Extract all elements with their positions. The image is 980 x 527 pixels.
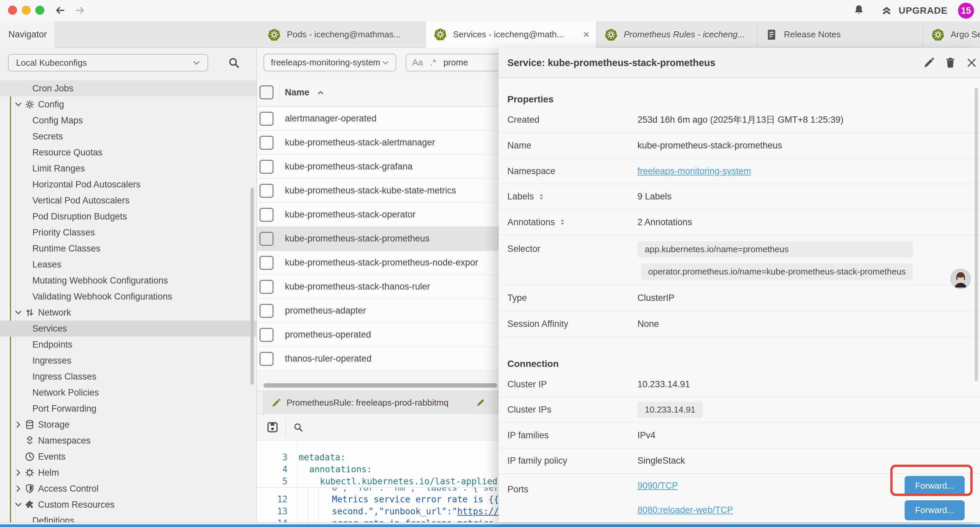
- close-icon[interactable]: [966, 57, 978, 69]
- sidebar-item-limit-ranges[interactable]: Limit Ranges: [0, 161, 256, 177]
- row-checkbox[interactable]: [259, 280, 274, 294]
- sidebar-item-pod-disruption-budgets[interactable]: Pod Disruption Budgets: [0, 209, 256, 224]
- sidebar-item-access-control[interactable]: Access Control: [0, 481, 256, 497]
- yaml-editor[interactable]: 3metadata: 4annotations: 5kubectl.kubern…: [257, 440, 499, 522]
- sidebar-item-config-maps[interactable]: Config Maps: [0, 112, 256, 128]
- chevron-down-icon[interactable]: [13, 99, 23, 110]
- row-checkbox[interactable]: [259, 256, 274, 270]
- sidebar-item-cron-jobs[interactable]: Cron Jobs: [0, 80, 256, 96]
- expand-collapse-icon[interactable]: [558, 218, 566, 226]
- upgrade-button[interactable]: UPGRADE: [899, 0, 948, 21]
- table-row[interactable]: kube-prometheus-stack-thanos-ruler: [257, 275, 499, 299]
- sidebar-item-services[interactable]: Services: [0, 320, 256, 336]
- namespace-filter-select[interactable]: freeleaps-monitoring-system: [264, 54, 396, 72]
- tab-navigator[interactable]: Navigator: [0, 21, 55, 48]
- regex-toggle[interactable]: .*: [430, 57, 436, 68]
- double-chevron-up-icon[interactable]: [881, 4, 892, 16]
- sidebar-item-network-policies[interactable]: Network Policies: [0, 385, 256, 401]
- row-checkbox[interactable]: [259, 304, 274, 318]
- selector-chip[interactable]: operator.prometheus.io/name=kube-prometh…: [641, 263, 913, 280]
- sidebar-item-port-forwarding[interactable]: Port Forwarding: [0, 401, 256, 417]
- row-checkbox[interactable]: [259, 232, 274, 246]
- table-row[interactable]: thanos-ruler-operated: [257, 347, 499, 371]
- editor-tab-partial[interactable]: [476, 391, 499, 414]
- forward-button[interactable]: Forward...: [905, 500, 965, 520]
- expand-collapse-icon[interactable]: [538, 193, 546, 201]
- port-link[interactable]: 8080:reloader-web/TCP: [638, 505, 733, 515]
- select-all-checkbox[interactable]: [259, 85, 274, 99]
- sidebar-item-ingress-classes[interactable]: Ingress Classes: [0, 369, 256, 385]
- minimize-window-button[interactable]: [22, 6, 31, 15]
- table-row[interactable]: kube-prometheus-stack-operator: [257, 203, 499, 227]
- bell-icon[interactable]: [853, 4, 865, 17]
- tab-services[interactable]: Services - icecheng@math... ×: [426, 21, 597, 48]
- tab-release-notes[interactable]: Release Notes: [757, 21, 923, 48]
- notification-count-badge[interactable]: 15: [958, 3, 974, 19]
- sidebar-item-validating-webhook-configurations[interactable]: Validating Webhook Configurations: [0, 288, 256, 304]
- table-row[interactable]: kube-prometheus-stack-alertmanager: [257, 131, 499, 155]
- search-icon[interactable]: [228, 56, 240, 69]
- sidebar-item-horizontal-pod-autoscalers[interactable]: Horizontal Pod Autoscalers: [0, 177, 256, 193]
- horizontal-scrollbar[interactable]: [264, 383, 497, 388]
- save-icon[interactable]: [266, 421, 279, 434]
- tab-argo[interactable]: Argo Se: [923, 21, 980, 48]
- row-checkbox[interactable]: [259, 112, 274, 126]
- sidebar-item-events[interactable]: Events: [0, 449, 256, 465]
- chevron-right-icon[interactable]: [13, 420, 23, 430]
- sort-ascending-icon[interactable]: [316, 88, 325, 97]
- sidebar-item-custom-resources[interactable]: Custom Resources: [0, 497, 256, 513]
- sidebar-item-storage[interactable]: Storage: [0, 417, 256, 433]
- chevron-down-icon[interactable]: [13, 500, 23, 509]
- sidebar-item-mutating-webhook-configurations[interactable]: Mutating Webhook Configurations: [0, 272, 256, 288]
- table-row[interactable]: alertmanager-operated: [257, 107, 499, 131]
- table-row[interactable]: kube-prometheus-stack-kube-state-metrics: [257, 179, 499, 203]
- table-row[interactable]: prometheus-operated: [257, 323, 499, 347]
- port-link[interactable]: 9090/TCP: [638, 481, 678, 491]
- sidebar-item-definitions[interactable]: Definitions: [0, 513, 256, 522]
- sidebar-scrollbar[interactable]: [250, 188, 254, 385]
- tab-pods[interactable]: Pods - icecheng@mathmas...: [259, 21, 426, 48]
- table-row[interactable]: kube-prometheus-stack-grafana: [257, 155, 499, 179]
- sidebar-item-namespaces[interactable]: Namespaces: [0, 433, 256, 449]
- editor-tab-prometheusrule[interactable]: PrometheusRule: freeleaps-prod-rabbitmq: [264, 391, 474, 414]
- chevron-down-icon[interactable]: [13, 307, 23, 318]
- sidebar-item-secrets[interactable]: Secrets: [0, 128, 256, 145]
- editor-search-icon[interactable]: [293, 422, 304, 433]
- sidebar-item-resource-quotas[interactable]: Resource Quotas: [0, 145, 256, 161]
- chevron-right-icon[interactable]: [13, 484, 23, 494]
- row-checkbox[interactable]: [259, 136, 274, 150]
- avatar[interactable]: [949, 267, 972, 290]
- chevron-right-icon[interactable]: [13, 468, 23, 478]
- sidebar-item-runtime-classes[interactable]: Runtime Classes: [0, 240, 256, 256]
- search-input[interactable]: Aa .* prome: [406, 54, 499, 72]
- tab-prometheus-rules[interactable]: Prometheus Rules - icecheng...: [597, 21, 757, 48]
- row-checkbox[interactable]: [259, 352, 274, 366]
- zoom-window-button[interactable]: [35, 6, 45, 15]
- name-column-header[interactable]: Name: [285, 78, 310, 107]
- panel-scrollbar[interactable]: [975, 88, 978, 381]
- kubeconfig-select[interactable]: Local Kubeconfigs: [8, 54, 208, 72]
- sidebar-item-leases[interactable]: Leases: [0, 256, 256, 272]
- cluster-ip-chip[interactable]: 10.233.14.91: [638, 401, 703, 418]
- close-tab-icon[interactable]: ×: [583, 29, 589, 40]
- sidebar-item-priority-classes[interactable]: Priority Classes: [0, 224, 256, 240]
- selector-chip[interactable]: app.kubernetes.io/name=prometheus: [638, 241, 913, 258]
- forward-arrow-icon[interactable]: [75, 5, 86, 16]
- table-row[interactable]: kube-prometheus-stack-prometheus-node-ex…: [257, 251, 499, 275]
- table-row[interactable]: prometheus-adapter: [257, 299, 499, 323]
- match-case-toggle[interactable]: Aa: [412, 57, 423, 68]
- sidebar-item-network[interactable]: Network: [0, 304, 256, 320]
- sidebar-item-config[interactable]: Config: [0, 96, 256, 112]
- close-window-button[interactable]: [8, 6, 17, 15]
- namespace-link[interactable]: freeleaps-monitoring-system: [638, 166, 751, 177]
- back-arrow-icon[interactable]: [54, 5, 66, 16]
- sidebar-item-vertical-pod-autoscalers[interactable]: Vertical Pod Autoscalers: [0, 193, 256, 209]
- table-row-selected[interactable]: kube-prometheus-stack-prometheus: [257, 227, 499, 251]
- row-checkbox[interactable]: [259, 160, 274, 174]
- row-checkbox[interactable]: [259, 328, 274, 342]
- sidebar-item-endpoints[interactable]: Endpoints: [0, 336, 256, 353]
- sidebar-item-ingresses[interactable]: Ingresses: [0, 353, 256, 369]
- forward-button[interactable]: Forward...: [905, 476, 965, 496]
- row-checkbox[interactable]: [259, 208, 274, 222]
- pencil-icon[interactable]: [923, 57, 935, 69]
